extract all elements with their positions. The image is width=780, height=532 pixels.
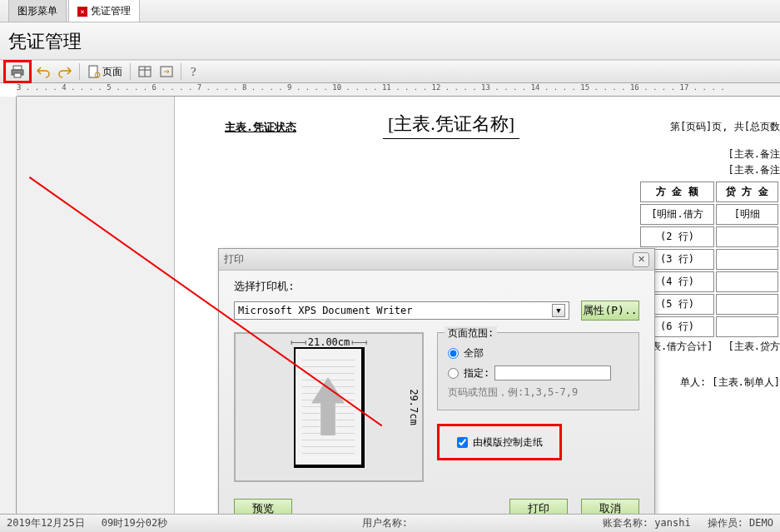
printer-icon (11, 65, 24, 78)
svg-rect-2 (14, 73, 21, 77)
table-row: (2 行) (640, 226, 778, 247)
account-label: 账套名称: (603, 517, 648, 529)
select-printer-label: 选择打印机: (234, 279, 639, 294)
radio-specify[interactable]: 指定: (448, 365, 628, 380)
range-hint: 页码或范围，例:1,3,5-7,9 (448, 385, 628, 400)
account-value: yanshi (654, 517, 690, 529)
voucher-name-title: [主表.凭证名称] (383, 110, 519, 139)
redo-icon (58, 65, 72, 78)
page-setup-label: 页面 (102, 65, 122, 79)
credit-header: 贷 方 金 (716, 181, 778, 202)
dim-height: 29.7cm (408, 389, 420, 425)
properties-button[interactable]: 属性(P).. (581, 301, 639, 321)
status-time: 09时19分02秒 (102, 516, 167, 530)
sum-debit: 表.借方合计] (651, 340, 713, 354)
range-input[interactable] (494, 365, 611, 380)
printer-select[interactable]: Microsoft XPS Document Writer ▼ (234, 301, 569, 320)
undo-button[interactable] (33, 62, 53, 81)
page-number-info: 第[页码]页, 共[总页数 (670, 120, 780, 134)
status-bar: 2019年12月25日 09时19分02秒 用户名称: 账套名称: yanshi… (0, 514, 780, 532)
voucher-status-label: 主表.凭证状态 (225, 120, 296, 135)
table-row: (3 行) (640, 249, 778, 270)
print-dialog: 打印 ✕ 选择打印机: Microsoft XPS Document Write… (218, 248, 655, 532)
maker-line: 单人: [主表.制单人] (680, 375, 780, 390)
table-row: (6 行) (640, 316, 778, 337)
page-setup-button[interactable]: 页面 (84, 62, 126, 81)
radio-all[interactable]: 全部 (448, 346, 628, 360)
remark-2: [主表.备注 (728, 162, 780, 178)
debit-header: 方 金 额 (640, 181, 714, 202)
highlight-print (3, 60, 32, 83)
ruler-horizontal: 3 . . . . 4 . . . . 5 . . . . 6 . . . . … (17, 83, 780, 97)
table-icon (138, 65, 152, 78)
status-user-label: 用户名称: (362, 516, 408, 530)
toolbar: 页面 ? (0, 60, 780, 83)
range-legend: 页面范围: (445, 326, 497, 341)
ruler-vertical (0, 97, 17, 532)
close-button[interactable]: ✕ (633, 252, 649, 267)
sub-credit: [明细 (716, 204, 778, 225)
remark-block: [主表.备注 [主表.备注 (728, 147, 780, 178)
close-icon[interactable]: × (77, 7, 87, 17)
printer-value: Microsoft XPS Document Writer (238, 305, 413, 316)
template-check-label: 由模版控制走纸 (473, 435, 543, 450)
tab-label: 凭证管理 (91, 4, 131, 18)
template-checkbox[interactable] (457, 437, 468, 448)
svg-rect-0 (13, 66, 22, 70)
table-row: (5 行) (640, 294, 778, 315)
status-date: 2019年12月25日 (7, 516, 85, 530)
remark-1: [主表.备注 (728, 147, 780, 162)
amount-table: 方 金 额贷 方 金 [明细.借方[明细 (2 行) (3 行) (4 行) (… (638, 180, 780, 339)
print-button[interactable] (7, 62, 27, 81)
workspace: 3 . . . . 4 . . . . 5 . . . . 6 . . . . … (0, 83, 780, 532)
tabs-bar: 图形菜单 × 凭证管理 (0, 0, 780, 22)
tab-graphic-menu[interactable]: 图形菜单 (8, 0, 67, 22)
sum-credit: [主表.贷方 (728, 340, 780, 354)
tab-voucher-mgmt[interactable]: × 凭证管理 (68, 0, 140, 22)
page-icon (87, 65, 101, 78)
table-arrow-icon (160, 65, 173, 78)
dialog-titlebar[interactable]: 打印 ✕ (219, 249, 654, 271)
dialog-title: 打印 (224, 252, 244, 266)
table-button-2[interactable] (156, 62, 176, 81)
sub-debit: [明细.借方 (640, 204, 714, 225)
page-preview: 21.00cm 29.7cm (234, 332, 424, 482)
highlight-template-check: 由模版控制走纸 (437, 424, 562, 460)
table-button-1[interactable] (135, 62, 155, 81)
page-range-group: 页面范围: 全部 指定: 页码或范围，例:1,3,5-7,9 (437, 332, 639, 410)
help-button[interactable]: ? (186, 65, 201, 79)
page-title: 凭证管理 (0, 22, 780, 60)
left-margin (17, 97, 175, 532)
undo-icon (37, 65, 50, 78)
chevron-down-icon: ▼ (552, 304, 565, 317)
operator-label: 操作员: (708, 517, 743, 529)
svg-rect-3 (89, 66, 97, 77)
sum-line: 表.借方合计] [主表.贷方 (651, 340, 780, 354)
operator-value: DEMO (749, 517, 773, 529)
redo-button[interactable] (55, 62, 75, 81)
table-row: (4 行) (640, 271, 778, 292)
